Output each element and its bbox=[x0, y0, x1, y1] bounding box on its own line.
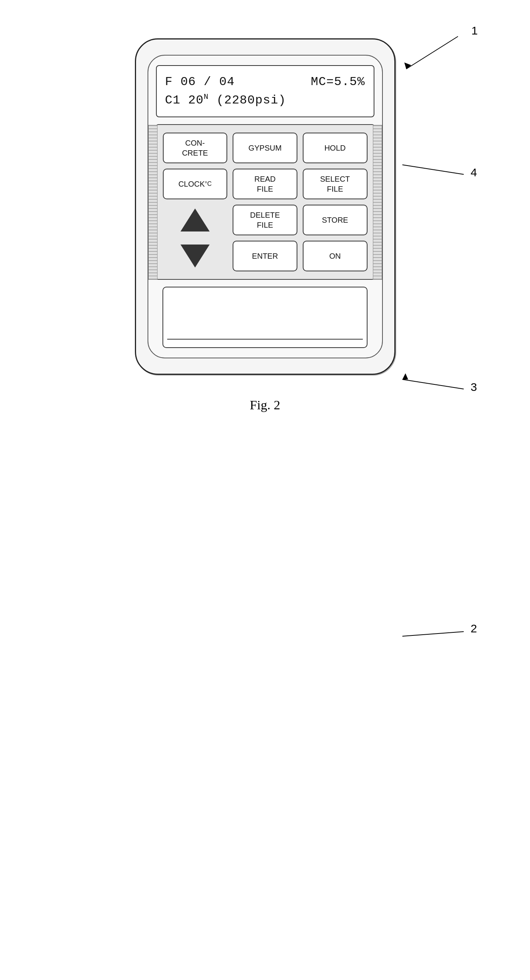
on-button[interactable]: ON bbox=[303, 241, 368, 271]
svg-marker-1 bbox=[404, 62, 411, 69]
display-mc-value: MC=5.5% bbox=[311, 73, 365, 91]
store-button[interactable]: STORE bbox=[303, 205, 368, 235]
label-1-text: 1 bbox=[471, 24, 478, 37]
bottom-port bbox=[162, 287, 368, 348]
svg-marker-4 bbox=[402, 373, 408, 379]
down-arrow-button[interactable] bbox=[163, 241, 228, 271]
display-force-unit: N bbox=[204, 92, 209, 101]
label-4-text: 4 bbox=[471, 166, 477, 179]
label-3-text: 3 bbox=[471, 381, 477, 393]
delete-file-button[interactable]: DELETEFILE bbox=[233, 205, 297, 235]
svg-line-2 bbox=[402, 165, 464, 174]
select-file-button[interactable]: SELECTFILE bbox=[303, 169, 368, 199]
svg-line-5 bbox=[402, 632, 464, 636]
display-line-1: F 06 / 04 MC=5.5% bbox=[165, 73, 365, 91]
hold-button[interactable]: HOLD bbox=[303, 133, 368, 163]
read-file-button[interactable]: READFILE bbox=[233, 169, 297, 199]
down-triangle-icon bbox=[180, 245, 210, 268]
display-file-code: F 06 / 04 bbox=[165, 75, 235, 89]
svg-line-3 bbox=[402, 379, 464, 389]
svg-line-0 bbox=[406, 36, 458, 69]
display-force-value: C1 20 bbox=[165, 93, 204, 107]
label-2-text: 2 bbox=[471, 622, 477, 635]
device-inner-bezel: F 06 / 04 MC=5.5% C1 20N (2280psi) CON-C… bbox=[148, 55, 383, 358]
page-wrapper: 1 4 3 2 F 06 / 04 MC=5.5% C1 20N (2280ps… bbox=[0, 0, 530, 980]
up-arrow-button[interactable] bbox=[163, 205, 228, 235]
display-line-2: C1 20N (2280psi) bbox=[165, 91, 365, 110]
device-casing: F 06 / 04 MC=5.5% C1 20N (2280psi) CON-C… bbox=[135, 38, 395, 375]
display-screen: F 06 / 04 MC=5.5% C1 20N (2280psi) bbox=[156, 65, 374, 117]
clock-button[interactable]: CLOCK°C bbox=[163, 169, 228, 199]
enter-button[interactable]: ENTER bbox=[233, 241, 297, 271]
figure-caption: Fig. 2 bbox=[250, 398, 280, 412]
display-psi-value: (2280psi) bbox=[209, 93, 286, 107]
concrete-button[interactable]: CON-CRETE bbox=[163, 133, 228, 163]
keypad-area: CON-CRETE GYPSUM HOLD CLOCK°C READFILE S… bbox=[156, 124, 374, 280]
bottom-port-line bbox=[167, 339, 363, 340]
up-triangle-icon bbox=[180, 208, 210, 231]
keypad-grid: CON-CRETE GYPSUM HOLD CLOCK°C READFILE S… bbox=[163, 133, 368, 271]
gypsum-button[interactable]: GYPSUM bbox=[233, 133, 297, 163]
